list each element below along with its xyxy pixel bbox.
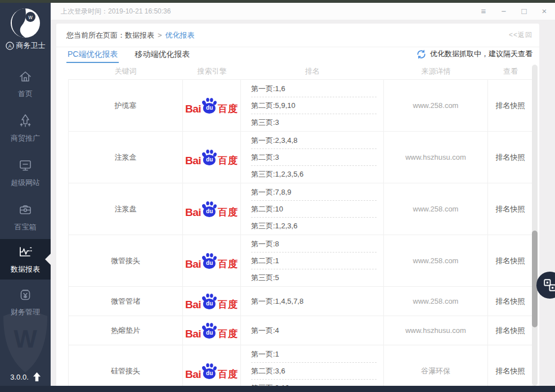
breadcrumb-page[interactable]: 优化报表 <box>165 30 195 40</box>
source-cell: www.hszhusu.com <box>384 132 488 183</box>
menu-icon[interactable]: ≡ <box>478 6 489 16</box>
rank-cell: 第一页:4 <box>241 316 384 345</box>
svg-text:w: w <box>28 14 33 20</box>
snapshot-link[interactable]: 排名快照 <box>496 326 525 336</box>
baidu-logo: Bai du 百度 <box>185 322 238 339</box>
sidebar-item-finance[interactable]: 财务管理 <box>0 280 51 324</box>
snapshot-link[interactable]: 排名快照 <box>496 152 525 163</box>
rank-cell: 第一页:2,3,4,8 第二页:3 第三页:1,2,3,5,6 <box>241 132 384 183</box>
baidu-logo: Bai du 百度 <box>185 362 238 380</box>
main-area: 上次登录时间：2019-10-21 16:50:36 ≡ − □ × 您当前所在… <box>51 3 555 386</box>
maximize-icon[interactable]: □ <box>519 6 529 16</box>
content-card: 您当前所在页面：数据报表 > 优化报表 <<返回 PC端优化报表 移动端优化报表… <box>56 24 539 386</box>
sidebar-item-label: 首页 <box>18 89 33 99</box>
source-cell: www.258.com <box>384 183 488 235</box>
snapshot-link[interactable]: 排名快照 <box>496 101 525 111</box>
source-cell: www.258.com <box>384 235 488 286</box>
rank-cell: 第一页:1,6 第二页:5,9,10 第三页:3 <box>241 80 384 131</box>
crawl-notice-text: 优化数据抓取中，建议隔天查看 <box>430 49 532 59</box>
table-row: 微管接头 Bai du <box>68 235 533 286</box>
title-bar: 上次登录时间：2019-10-21 16:50:36 ≡ − □ × <box>51 3 555 20</box>
engine-cell: Bai du 百度 <box>183 80 241 131</box>
rank-cell: 第一页:1 第二页:3,6 第三页:8,10 <box>241 345 384 386</box>
col-header-keyword: 关键词 <box>68 66 183 76</box>
breadcrumb-separator: > <box>158 31 162 39</box>
keyword-cell: 微管管堵 <box>68 287 183 316</box>
snapshot-link[interactable]: 排名快照 <box>496 256 525 266</box>
table-row: 护缆塞 Bai du 百 <box>68 79 533 131</box>
engine-cell: Bai du 百度 <box>183 287 241 316</box>
vertical-scrollbar[interactable] <box>532 65 538 386</box>
engine-cell: Bai du 百度 <box>183 132 241 183</box>
back-button[interactable]: <<返回 <box>509 30 532 40</box>
refresh-icon[interactable] <box>417 49 426 59</box>
table-body: 护缆塞 Bai du 百 <box>68 79 533 386</box>
minimize-icon[interactable]: − <box>499 6 509 16</box>
baidu-logo: Bai du 百度 <box>185 97 238 114</box>
snapshot-link[interactable]: 排名快照 <box>496 204 525 214</box>
breadcrumb-prefix: 您当前所在页面： <box>66 30 125 40</box>
baidu-logo: Bai du 百度 <box>185 148 238 166</box>
version-label: 3.0.0. <box>10 373 29 381</box>
table-row: 热熔垫片 Bai du <box>68 316 533 345</box>
source-cell: www.258.com <box>384 287 488 316</box>
brand-badge-icon: A <box>6 42 14 50</box>
app-logo: w <box>10 8 41 38</box>
toolbox-icon <box>17 202 33 218</box>
source-cell: www.hszhusu.com <box>384 316 488 345</box>
promotion-icon <box>17 113 33 129</box>
tab-pc-report[interactable]: PC端优化报表 <box>66 47 119 63</box>
finance-icon <box>17 287 33 303</box>
sidebar-item-label: 商贸推广 <box>11 133 40 143</box>
tab-bar: PC端优化报表 移动端优化报表 优化数据抓取中，建议隔天查看 <box>66 47 532 63</box>
sidebar-item-promotion[interactable]: 商贸推广 <box>0 106 51 150</box>
breadcrumb-section: 数据报表 <box>125 30 154 40</box>
snapshot-link[interactable]: 排名快照 <box>496 366 525 376</box>
sidebar-item-label: 财务管理 <box>11 307 40 317</box>
table-row: 硅管接头 Bai du <box>68 345 533 386</box>
last-login-text: 上次登录时间：2019-10-21 16:50:36 <box>61 7 171 16</box>
scrollbar-thumb[interactable] <box>532 231 538 327</box>
engine-cell: Bai du 百度 <box>183 183 241 235</box>
rank-cell: 第一页:1,4,5,7,8 <box>241 287 384 316</box>
rank-cell: 第一页:8 第二页:1 第三页:5 <box>241 235 384 286</box>
keyword-cell: 注浆盒 <box>68 132 183 183</box>
keyword-cell: 微管接头 <box>68 235 183 286</box>
app-window: w A 商务卫士 首页 商贸推广 <box>0 0 555 392</box>
sidebar-item-home[interactable]: 首页 <box>0 61 51 106</box>
engine-cell: Bai du 百度 <box>183 345 241 386</box>
sidebar-item-toolbox[interactable]: 百宝箱 <box>0 195 51 239</box>
table-row: 微管管堵 Bai du <box>68 286 533 316</box>
table-header: 关键词 搜索引擎 排名 来源详情 查看 <box>68 63 533 79</box>
engine-cell: Bai du 百度 <box>183 316 241 345</box>
keyword-cell: 注浆盘 <box>68 183 183 235</box>
svg-text:W: W <box>14 325 37 353</box>
source-cell: 谷瀑环保 <box>384 345 488 386</box>
table-row: 注浆盒 Bai du 百 <box>68 131 533 183</box>
upgrade-arrow-icon[interactable] <box>33 372 41 381</box>
ranking-table: 关键词 搜索引擎 排名 来源详情 查看 护缆塞 Bai <box>68 63 533 386</box>
sidebar-item-label: 数据报表 <box>11 264 40 274</box>
brand-block: w A 商务卫士 <box>0 8 51 61</box>
baidu-logo: Bai du 百度 <box>185 292 238 310</box>
keyword-cell: 硅管接头 <box>68 345 183 386</box>
breadcrumb: 您当前所在页面：数据报表 > 优化报表 <<返回 <box>56 24 539 47</box>
keyword-cell: 热熔垫片 <box>68 316 183 345</box>
website-icon <box>17 157 33 173</box>
snapshot-link[interactable]: 排名快照 <box>496 296 525 307</box>
sidebar-item-reports[interactable]: 数据报表 <box>0 239 51 280</box>
source-cell: www.258.com <box>384 80 488 131</box>
rank-cell: 第一页:7,8,9 第二页:10 第三页:1,2,3,6 <box>241 183 384 235</box>
home-icon <box>17 69 33 84</box>
baidu-logo: Bai du 百度 <box>185 200 238 218</box>
sidebar-item-label: 超级网站 <box>11 178 40 188</box>
col-header-rank: 排名 <box>241 66 384 76</box>
sidebar-item-website[interactable]: 超级网站 <box>0 150 51 195</box>
table-row: 注浆盘 Bai du 百 <box>68 183 533 235</box>
tab-mobile-report[interactable]: 移动端优化报表 <box>133 47 191 63</box>
col-header-view: 查看 <box>488 66 533 76</box>
baidu-logo: Bai du 百度 <box>185 252 238 269</box>
close-icon[interactable]: × <box>539 6 549 16</box>
sidebar: w A 商务卫士 首页 商贸推广 <box>0 3 51 386</box>
window-bottom-bar <box>0 386 555 392</box>
